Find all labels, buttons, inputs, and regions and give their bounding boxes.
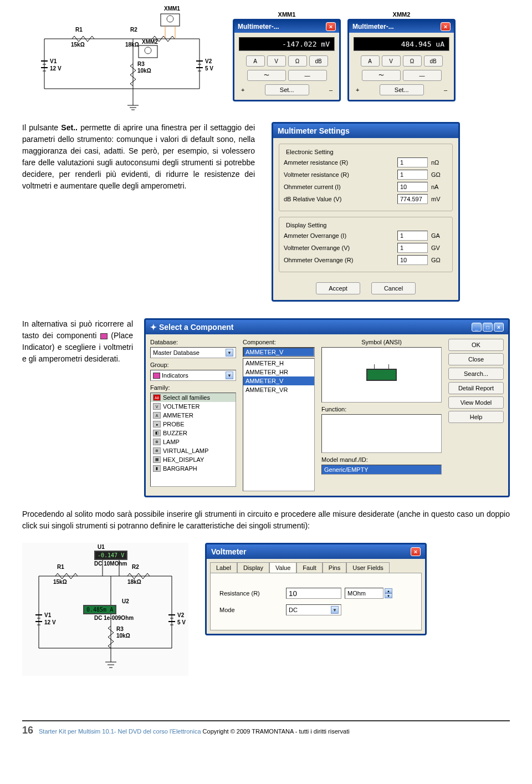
tab-fault[interactable]: Fault — [296, 562, 322, 573]
r3-val: 10kΩ — [137, 68, 151, 74]
meter2-title: Multimeter-... — [352, 23, 394, 30]
r2-val: 18kΩ — [125, 42, 139, 48]
u2-meter: 0.485m A — [83, 605, 116, 614]
family-item[interactable]: ▮BARGRAPH — [151, 464, 236, 473]
v2-label: V2 — [205, 58, 212, 64]
resistance-input[interactable] — [286, 588, 341, 599]
amm-over-label: Ammeter Overrange (I) — [284, 232, 397, 239]
multimeter-settings-dialog: Multimeter Settings Electronic Setting A… — [272, 122, 460, 302]
v2-label2: V2 — [177, 612, 184, 618]
meter-btn-db[interactable]: dB — [309, 55, 328, 67]
ammeter-r-input[interactable] — [397, 157, 428, 167]
set-button[interactable]: Set... — [380, 84, 424, 95]
close-button[interactable]: Close — [448, 353, 504, 365]
voltmeter-r-input[interactable] — [397, 170, 428, 180]
volt-over-unit: GV — [431, 245, 448, 251]
lamp-icon: ⊗ — [153, 439, 161, 445]
component-list[interactable]: AMMETER_H AMMETER_HR AMMETER_V AMMETER_V… — [243, 358, 315, 491]
family-item[interactable]: VVOLTMETER — [151, 402, 236, 411]
footer-text-a: Starter Kit per Multisim 10.1- Nel DVD d… — [39, 728, 203, 735]
circuit-diagram-1: XMM1 XMM2 R1 15kΩ R2 R2 R3 10kΩ V1 12 V … — [22, 11, 222, 111]
family-item[interactable]: ◧BUZZER — [151, 429, 236, 437]
tab-display[interactable]: Display — [237, 562, 269, 573]
amm-over-input[interactable] — [397, 231, 428, 241]
meter2-label: XMM2 — [347, 11, 456, 18]
spinner-up-icon[interactable]: ▲ — [385, 588, 392, 593]
meter-btn-ac[interactable]: 〜 — [362, 70, 401, 81]
select-component-dialog: ✦ Select a Component _ □ × Database: Mas… — [144, 318, 510, 497]
close-icon[interactable]: × — [326, 22, 336, 31]
close-icon[interactable]: × — [441, 22, 451, 31]
component-item[interactable]: AMMETER_HR — [243, 368, 314, 376]
group-dropdown[interactable]: Indicators▼ — [150, 370, 236, 381]
tab-row: Label Display Value Fault Pins User Fiel… — [210, 562, 425, 573]
maximize-icon[interactable]: □ — [483, 323, 493, 332]
minimize-icon[interactable]: _ — [472, 323, 482, 332]
v2-val2: 5 V — [177, 619, 186, 625]
volt-over-input[interactable] — [397, 243, 428, 253]
u1-label: U1 — [98, 544, 105, 550]
close-icon[interactable]: × — [411, 547, 421, 556]
family-item[interactable]: ▦HEX_DISPLAY — [151, 455, 236, 464]
family-item[interactable]: ⊗VIRTUAL_LAMP — [151, 446, 236, 455]
minus-terminal: – — [329, 86, 332, 93]
tab-pins[interactable]: Pins — [323, 562, 346, 573]
family-list[interactable]: AllSelect all families VVOLTMETER AAMMET… — [150, 393, 236, 487]
tab-label[interactable]: Label — [210, 562, 237, 573]
help-button[interactable]: Help — [448, 411, 504, 423]
cancel-button[interactable]: Cancel — [371, 282, 416, 294]
ohm-over-input[interactable] — [397, 255, 428, 265]
mode-dropdown[interactable]: DC▼ — [286, 604, 341, 615]
ammeter-r-unit: nΩ — [431, 159, 448, 166]
r2-val2: 18kΩ — [127, 579, 141, 585]
family-item[interactable]: ●PROBE — [151, 420, 236, 429]
view-model-button[interactable]: View Model — [448, 396, 504, 409]
set-button[interactable]: Set... — [265, 84, 309, 95]
settings-title: Multimeter Settings — [273, 124, 458, 138]
meter-btn-dc[interactable]: — — [288, 70, 327, 81]
u1-meter: -0.147 V — [94, 551, 127, 560]
component-search-input[interactable]: AMMETER_V — [243, 347, 315, 357]
meter2-display: 484.945 uA — [354, 37, 449, 51]
family-item-all[interactable]: AllSelect all families — [151, 393, 236, 402]
meter-btn-db[interactable]: dB — [424, 55, 443, 67]
ohmmeter-i-input[interactable] — [397, 182, 428, 192]
accept-button[interactable]: Accept — [316, 282, 360, 294]
multimeter-2: Multimeter-... × 484.945 uA A V Ω dB 〜 — [347, 19, 456, 101]
meter-btn-ac[interactable]: 〜 — [247, 70, 286, 81]
meter-btn-ohm[interactable]: Ω — [403, 55, 422, 67]
buzzer-icon: ◧ — [153, 430, 161, 436]
tab-user-fields[interactable]: User Fields — [346, 562, 390, 573]
close-icon[interactable]: × — [494, 323, 504, 332]
db-rel-input[interactable] — [397, 194, 428, 204]
component-item[interactable]: AMMETER_H — [243, 359, 314, 368]
database-dropdown[interactable]: Master Database▼ — [150, 347, 236, 358]
v1-label2: V1 — [44, 612, 51, 618]
voltmeter-title: Voltmeter — [211, 547, 247, 556]
search-button[interactable]: Search... — [448, 368, 504, 380]
v1-label: V1 — [50, 58, 57, 64]
meter-btn-a[interactable]: A — [246, 55, 265, 67]
volt-over-label: Voltmeter Overrange (V) — [284, 245, 397, 251]
u2-desc: DC 1e-009Ohm — [94, 615, 134, 621]
meter-btn-v[interactable]: V — [267, 55, 286, 67]
ok-button[interactable]: OK — [448, 339, 504, 351]
component-item-selected[interactable]: AMMETER_V — [243, 376, 314, 385]
function-label: Function: — [321, 406, 442, 413]
db-rel-label: dB Relative Value (V) — [284, 196, 397, 202]
meter-btn-ohm[interactable]: Ω — [288, 55, 307, 67]
v1-val2: 12 V — [44, 619, 56, 625]
meter-btn-dc[interactable]: — — [403, 70, 442, 81]
spinner-down-icon[interactable]: ▼ — [385, 593, 392, 598]
resistance-unit-dropdown[interactable]: MOhm — [345, 588, 383, 599]
detail-report-button[interactable]: Detail Report — [448, 382, 504, 394]
footer-text-b: Copyright © 2009 TRAMONTANA - tutti i di… — [203, 728, 350, 735]
probe-icon: ● — [153, 421, 161, 427]
family-item[interactable]: AAMMETER — [151, 411, 236, 420]
meter-btn-a[interactable]: A — [361, 55, 380, 67]
tab-value[interactable]: Value — [269, 562, 296, 573]
component-item[interactable]: AMMETER_VR — [243, 385, 314, 394]
meter-btn-v[interactable]: V — [382, 55, 401, 67]
family-item[interactable]: ⊗LAMP — [151, 437, 236, 446]
group-label: Group: — [150, 362, 236, 368]
